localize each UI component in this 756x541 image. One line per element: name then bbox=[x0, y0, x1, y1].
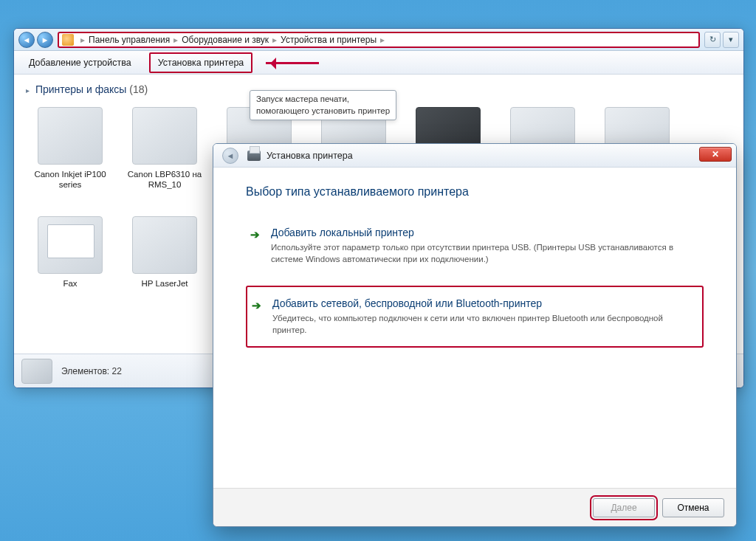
address-bar: ◄ ► ▸ Панель управления ▸ Оборудование и… bbox=[14, 29, 743, 51]
device-label: Canon Inkjet iP100 series bbox=[26, 169, 114, 190]
printer-icon bbox=[132, 107, 197, 165]
status-label: Элементов: bbox=[61, 366, 109, 376]
address-right-controls: ↻ ▾ bbox=[704, 32, 739, 48]
status-value: 22 bbox=[112, 366, 122, 376]
device-label: Fax bbox=[63, 278, 77, 289]
option-title: Добавить сетевой, беспроводной или Bluet… bbox=[272, 297, 695, 309]
nav-buttons: ◄ ► bbox=[18, 32, 53, 48]
fax-icon bbox=[38, 216, 103, 274]
device-item[interactable]: Fax bbox=[26, 212, 114, 315]
callout-arrow-icon bbox=[266, 55, 332, 70]
wizard-body: Выбор типа устанавливаемого принтера ➔ Д… bbox=[213, 168, 736, 488]
device-item[interactable]: Canon Inkjet iP100 series bbox=[26, 103, 114, 206]
device-item[interactable]: Canon LBP6310 на RMS_10 bbox=[120, 103, 209, 206]
cancel-button[interactable]: Отмена bbox=[662, 498, 724, 517]
device-label: HP LaserJet bbox=[141, 278, 188, 289]
nav-forward-button[interactable]: ► bbox=[37, 32, 53, 48]
chevron-right-icon: ▸ bbox=[272, 35, 277, 45]
option-add-network-printer[interactable]: ➔ Добавить сетевой, беспроводной или Blu… bbox=[246, 286, 704, 348]
option-add-local-printer[interactable]: ➔ Добавить локальный принтер Используйте… bbox=[246, 216, 704, 275]
breadcrumb[interactable]: ▸ Панель управления ▸ Оборудование и зву… bbox=[58, 32, 700, 48]
device-label: Canon LBP6310 на RMS_10 bbox=[120, 169, 209, 190]
wizard-titlebar: ◄ Установка принтера ✕ bbox=[213, 144, 736, 168]
option-title: Добавить локальный принтер bbox=[271, 227, 696, 238]
close-button[interactable]: ✕ bbox=[699, 147, 732, 162]
chevron-right-icon: ▸ bbox=[173, 35, 178, 45]
breadcrumb-item[interactable]: Оборудование и звук bbox=[182, 35, 269, 45]
breadcrumb-item[interactable]: Панель управления bbox=[89, 35, 170, 45]
wizard-footer: Далее Отмена bbox=[213, 488, 736, 526]
printer-icon bbox=[132, 216, 197, 274]
next-button[interactable]: Далее bbox=[593, 498, 655, 517]
printer-icon bbox=[38, 107, 103, 165]
status-thumb-icon bbox=[21, 359, 52, 384]
printer-icon bbox=[247, 151, 261, 161]
breadcrumb-item[interactable]: Устройства и принтеры bbox=[281, 35, 377, 45]
section-count: (18) bbox=[129, 83, 148, 95]
option-desc: Используйте этот параметр только при отс… bbox=[271, 241, 684, 265]
tooltip-line: Запуск мастера печати, bbox=[256, 94, 390, 106]
search-split-button[interactable]: ▾ bbox=[723, 32, 739, 48]
wizard-title: Установка принтера bbox=[267, 151, 353, 161]
device-item[interactable]: HP LaserJet bbox=[120, 212, 209, 315]
chevron-right-icon: ▸ bbox=[80, 35, 85, 45]
wizard-heading: Выбор типа устанавливаемого принтера bbox=[246, 185, 704, 199]
add-device-button[interactable]: Добавление устройства bbox=[21, 54, 139, 72]
control-panel-icon bbox=[62, 34, 74, 46]
wizard-back-button[interactable]: ◄ bbox=[222, 148, 238, 164]
add-printer-wizard: ◄ Установка принтера ✕ Выбор типа устана… bbox=[213, 143, 737, 527]
install-printer-tooltip: Запуск мастера печати, помогающего устан… bbox=[250, 90, 396, 120]
toolbar: Добавление устройства Установка принтера bbox=[14, 51, 743, 75]
install-printer-button[interactable]: Установка принтера bbox=[149, 52, 253, 73]
refresh-button[interactable]: ↻ bbox=[704, 32, 721, 48]
option-desc: Убедитесь, что компьютер подключен к сет… bbox=[272, 312, 686, 336]
status-text: Элементов: 22 bbox=[61, 366, 122, 376]
disclosure-triangle-icon: ▸ bbox=[26, 86, 30, 94]
arrow-right-icon: ➔ bbox=[250, 228, 260, 241]
nav-back-button[interactable]: ◄ bbox=[18, 32, 35, 48]
tooltip-line: помогающего установить принтер bbox=[256, 106, 390, 117]
chevron-right-icon: ▸ bbox=[380, 35, 385, 45]
arrow-right-icon: ➔ bbox=[252, 299, 261, 312]
section-title: Принтеры и факсы bbox=[35, 83, 127, 95]
